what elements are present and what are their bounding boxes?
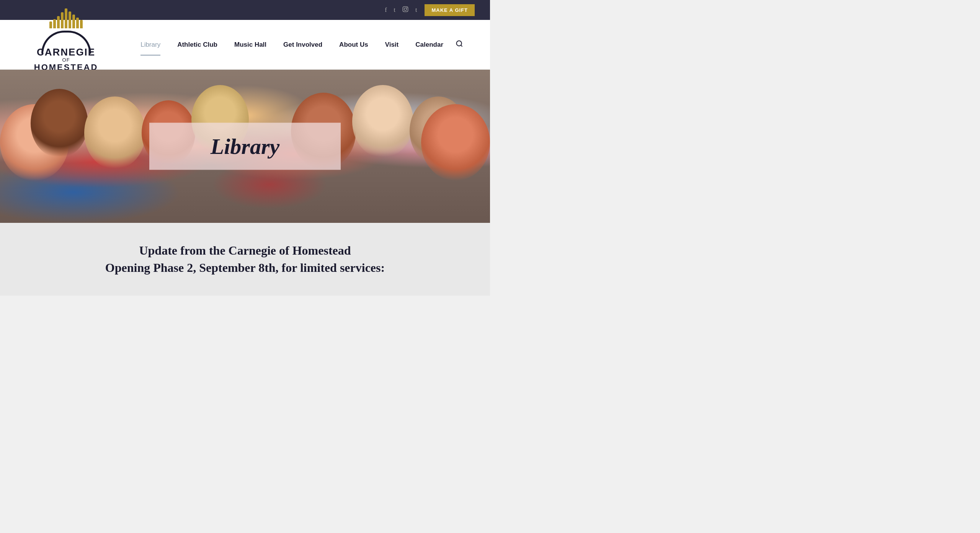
- twitter-icon[interactable]: t: [394, 7, 395, 13]
- header: CARNEGIE OF HOMESTEAD LIBRARY ATHLETIC C…: [0, 20, 490, 70]
- facebook-icon[interactable]: f: [385, 7, 387, 13]
- logo-bar-4: [61, 12, 64, 28]
- svg-point-2: [407, 7, 407, 8]
- svg-point-1: [404, 8, 407, 11]
- nav-visit[interactable]: Visit: [377, 37, 407, 52]
- tumblr-icon[interactable]: t: [415, 7, 417, 13]
- update-line1: Update from the Carnegie of Homestead: [38, 242, 452, 259]
- logo-bar-1: [49, 21, 52, 28]
- update-title: Update from the Carnegie of Homestead Op…: [38, 242, 452, 276]
- nav-library[interactable]: Library: [132, 37, 169, 52]
- search-icon[interactable]: [452, 36, 467, 53]
- logo-arch-container: [41, 31, 91, 44]
- hero-overlay: Library: [149, 123, 341, 170]
- logo-bar-6: [69, 11, 71, 28]
- nav-calendar[interactable]: Calendar: [407, 37, 452, 52]
- logo-arch: [41, 31, 91, 54]
- nav-get-involved[interactable]: Get Involved: [275, 37, 331, 52]
- logo-bar-9: [80, 20, 83, 28]
- logo-bar-7: [72, 15, 75, 28]
- make-gift-button[interactable]: MAKE A GIFT: [425, 4, 475, 16]
- logo-bar-8: [76, 18, 79, 28]
- logo-bar-3: [57, 16, 60, 28]
- logo-bar-5: [65, 8, 67, 28]
- nav-athletic-club[interactable]: Athletic Club: [169, 37, 226, 52]
- update-line2: Opening Phase 2, September 8th, for limi…: [38, 259, 452, 276]
- instagram-icon[interactable]: [402, 6, 408, 14]
- svg-point-3: [457, 41, 462, 46]
- main-nav: Library Athletic Club Music Hall Get Inv…: [132, 36, 467, 53]
- hero-banner: Library: [0, 70, 490, 223]
- logo-bar-2: [53, 19, 56, 28]
- logo-bars: [49, 8, 83, 28]
- logo-graphic: [49, 8, 83, 29]
- svg-rect-0: [403, 7, 408, 11]
- social-icons: f t t: [385, 6, 417, 14]
- content-section: Update from the Carnegie of Homestead Op…: [0, 223, 490, 296]
- hero-title: Library: [188, 134, 302, 159]
- nav-about-us[interactable]: About Us: [331, 37, 377, 52]
- svg-line-4: [461, 45, 462, 47]
- nav-music-hall[interactable]: Music Hall: [226, 37, 275, 52]
